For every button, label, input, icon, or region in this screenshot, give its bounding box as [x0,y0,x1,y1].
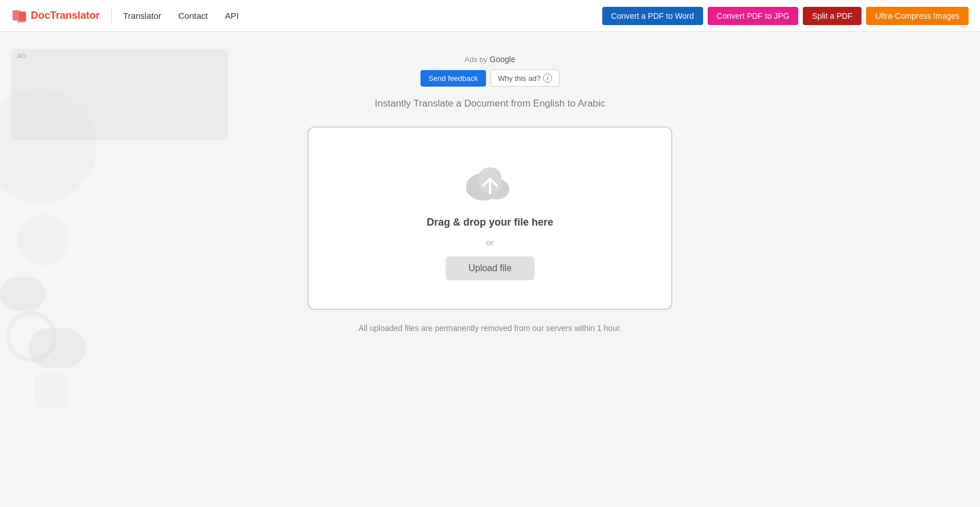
compress-images-button[interactable]: Ultra-Compress Images [866,7,969,25]
drag-drop-text: Drag & drop your file here [427,216,553,228]
bg-shape-2 [0,89,97,203]
google-label: Google [489,55,515,64]
logo-icon [11,8,27,24]
bg-shape-5 [34,374,68,408]
nav-links: Translator Contact API [123,11,602,21]
split-pdf-button[interactable]: Split a PDF [803,7,861,25]
ad-label: AD [17,52,26,59]
center-content: Ads by Google Send feedback Why this ad?… [296,55,684,333]
upload-file-button[interactable]: Upload file [446,256,534,280]
or-label: or [486,238,493,247]
send-feedback-button[interactable]: Send feedback [420,70,486,87]
bg-decoration: AD [0,32,245,507]
cloud-upload-icon [462,162,518,207]
logo[interactable]: DocTranslator [11,8,112,24]
bg-bubble-1 [0,277,46,311]
bg-bubble-2 [28,328,85,368]
svg-rect-2 [18,11,26,22]
ads-by-label: Ads by [465,55,488,64]
subtitle: Instantly Translate a Document from Engl… [375,98,605,109]
contact-link[interactable]: Contact [178,11,208,21]
ad-placeholder: AD [11,49,228,140]
translator-link[interactable]: Translator [123,11,161,21]
bg-shape-4 [6,311,57,362]
footer-note: All uploaded files are permanently remov… [358,324,621,333]
ads-by-google: Ads by Google [420,55,560,64]
nav-buttons: Convert a PDF to Word Convert PDF to JPG… [602,7,969,25]
main-content: AD Ads by Google Send feedback Why this … [0,32,980,507]
bg-shape-3 [17,214,68,265]
navbar: DocTranslator Translator Contact API Con… [0,0,980,32]
ads-area: Ads by Google Send feedback Why this ad?… [420,55,560,87]
upload-box[interactable]: Drag & drop your file here or Upload fil… [308,126,672,310]
pdf-to-jpg-button[interactable]: Convert PDF to JPG [708,7,799,25]
logo-doc: Doc [31,10,50,21]
why-this-ad-button[interactable]: Why this ad? i [491,69,560,87]
ads-controls: Send feedback Why this ad? i [420,69,560,87]
api-link[interactable]: API [225,11,239,21]
info-icon: i [543,73,552,83]
pdf-to-word-button[interactable]: Convert a PDF to Word [602,7,703,25]
logo-translator: Translator [50,10,100,21]
why-this-ad-label: Why this ad? [498,74,541,83]
logo-text: DocTranslator [31,10,100,22]
